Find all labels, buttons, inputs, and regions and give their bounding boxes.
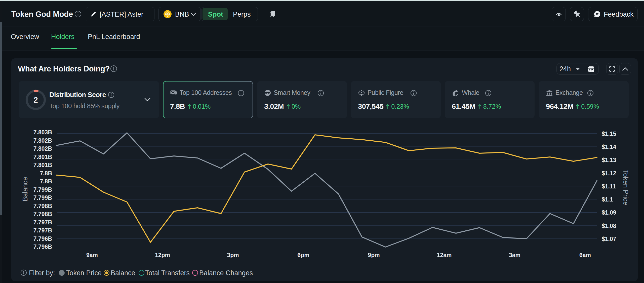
- svg-text:2: 2: [33, 96, 38, 104]
